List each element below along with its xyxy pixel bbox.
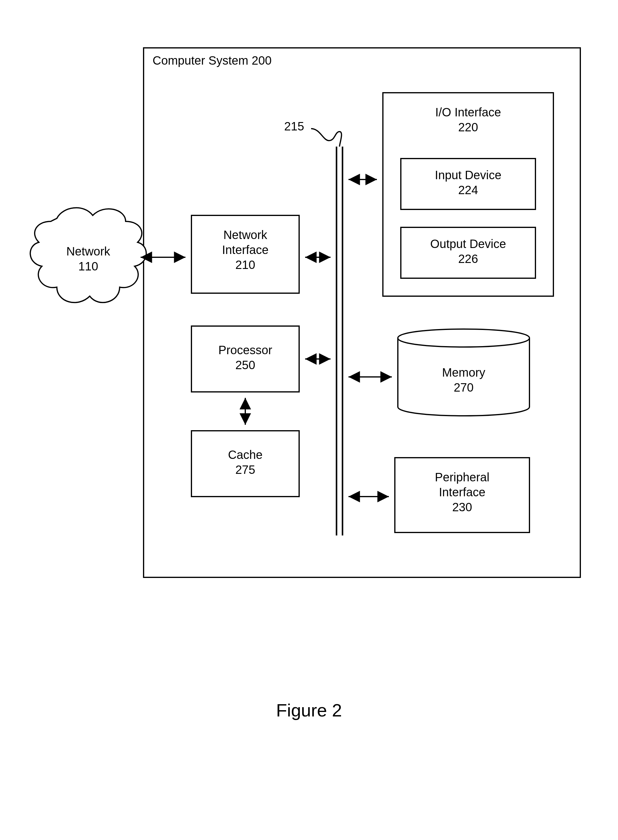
network-label: Network 110 <box>45 244 132 274</box>
bus-label-connector <box>311 129 342 147</box>
peripheral-label: Peripheral Interface 230 <box>395 470 529 514</box>
cache-label: Cache 275 <box>192 447 299 477</box>
cache-name: Cache <box>228 448 263 461</box>
computer-system-title: Computer System 200 <box>153 54 272 67</box>
io-interface-label: I/O Interface 220 <box>383 105 553 135</box>
network-name: Network <box>67 245 110 258</box>
output-device-label: Output Device 226 <box>401 236 535 266</box>
cache-ref: 275 <box>235 463 256 476</box>
peripheral-ref: 230 <box>452 501 472 514</box>
network-interface-name: Network Interface <box>222 228 269 256</box>
input-device-ref: 224 <box>458 183 478 196</box>
memory-name: Memory <box>442 366 485 379</box>
output-device-ref: 226 <box>458 252 478 265</box>
diagram-page: Computer System 200 Network 110 Network … <box>0 0 618 840</box>
memory-ref: 270 <box>454 381 474 394</box>
processor-name: Processor <box>218 343 272 357</box>
io-interface-name: I/O Interface <box>435 106 501 119</box>
input-device-label: Input Device 224 <box>401 168 535 198</box>
network-interface-label: Network Interface 210 <box>192 227 299 272</box>
io-interface-ref: 220 <box>458 120 478 134</box>
output-device-name: Output Device <box>430 237 506 250</box>
network-interface-ref: 210 <box>235 258 256 271</box>
processor-ref: 250 <box>235 358 256 372</box>
peripheral-name: Peripheral Interface <box>435 471 489 499</box>
input-device-name: Input Device <box>435 168 501 181</box>
bus-ref-label: 215 <box>284 120 304 133</box>
memory-label: Memory 270 <box>398 365 529 395</box>
network-ref: 110 <box>78 260 98 273</box>
figure-caption: Figure 2 <box>0 700 618 721</box>
processor-label: Processor 250 <box>192 342 299 372</box>
